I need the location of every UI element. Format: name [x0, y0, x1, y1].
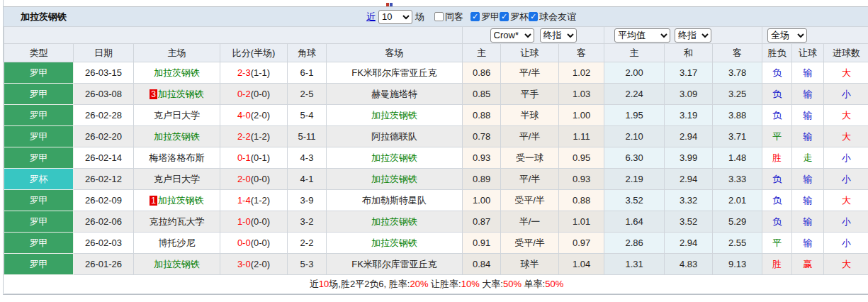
home-team-name[interactable]: 加拉茨钢铁 — [154, 131, 200, 142]
asian-away-odds: 1.03 — [559, 84, 604, 105]
summary-part: 50% — [545, 279, 563, 289]
away-team-cell: 加拉茨钢铁 — [327, 105, 463, 126]
away-team-name[interactable]: 阿拉德联队 — [371, 131, 417, 142]
match-date: 26-02-09 — [74, 190, 134, 211]
result-outcome: 负 — [762, 62, 792, 84]
asian-away-odds: 0.95 — [559, 147, 604, 169]
table-row: 罗甲 26-02-03 博托沙尼 0-0(0-0) 2-2 加拉茨钢铁 0.91… — [4, 233, 868, 254]
asian-final-select[interactable]: 终指 — [540, 28, 577, 43]
odds-source-spacer — [4, 27, 463, 44]
corners: 4-1 — [288, 169, 327, 190]
away-team-name[interactable]: 赫曼施塔特 — [371, 89, 417, 99]
filter-checkbox-league[interactable] — [470, 12, 480, 21]
away-team-name[interactable]: 加拉茨钢铁 — [371, 216, 417, 227]
euro-home-odds: 6.30 — [604, 147, 665, 169]
asian-handicap: 平/半 — [501, 62, 559, 84]
same-venue-checkbox[interactable] — [434, 12, 444, 21]
score-cell: 2-3(1-1) — [220, 62, 288, 84]
asian-away-odds: 1.04 — [559, 254, 604, 275]
away-team-cell: 加拉茨钢铁 — [327, 169, 463, 190]
asian-handicap: 受平/半 — [501, 190, 559, 211]
half-time-score: (0-0) — [251, 174, 270, 184]
full-time-score: 0-2 — [237, 89, 251, 99]
summary-part: 10% — [461, 279, 480, 289]
home-team-name[interactable]: 克卢日大学 — [154, 110, 200, 121]
table-row: 罗甲 26-02-06 克拉约瓦大学 1-0(0-0) 3-2 加拉茨钢铁 0.… — [4, 211, 868, 233]
column-header-row: 类型 日期 主场 比分(半场) 角球 客场 主 让球 客 主 和 客 胜负 让球 — [4, 44, 868, 62]
col-asian-away: 客 — [559, 44, 604, 62]
away-team-name[interactable]: 加拉茨钢铁 — [371, 237, 417, 248]
corners: 6-1 — [288, 62, 327, 84]
col-home: 主场 — [134, 44, 220, 62]
home-team-name[interactable]: 克卢日大学 — [154, 174, 200, 184]
away-team-name[interactable]: FK米耶尔库雷亚丘克 — [351, 67, 437, 78]
filter-checkbox-cup[interactable] — [500, 12, 509, 21]
full-time-score: 0-0 — [237, 237, 251, 248]
euro-away-odds: 5.29 — [713, 211, 762, 233]
result-outcome: 负 — [762, 84, 792, 105]
away-team-name[interactable]: 加拉茨钢铁 — [371, 174, 417, 184]
euro-home-odds: 1.64 — [604, 211, 665, 233]
full-time-score: 1-0 — [237, 216, 251, 227]
half-time-score: (1-1) — [251, 67, 270, 78]
home-team-name[interactable]: 克拉约瓦大学 — [150, 216, 205, 227]
euro-final-select[interactable]: 终指 — [675, 28, 711, 43]
asian-company-select[interactable]: Crow* — [490, 28, 534, 43]
home-team-name[interactable]: 加拉茨钢铁 — [154, 259, 200, 269]
col-asian-home: 主 — [463, 44, 501, 62]
away-team-cell: FK米耶尔库雷亚丘克 — [327, 62, 463, 84]
away-team-name[interactable]: 加拉茨钢铁 — [371, 152, 417, 163]
home-team-name[interactable]: 博托沙尼 — [159, 237, 196, 248]
result-goals: 大 — [824, 126, 868, 147]
result-goals: 小 — [824, 169, 868, 190]
euro-company-select[interactable]: 平均值 — [614, 28, 670, 43]
league-badge: 罗甲 — [4, 211, 74, 233]
asian-away-odds: 0.88 — [559, 190, 604, 211]
corners: 5-3 — [288, 254, 327, 275]
summary-part: 近 — [310, 279, 319, 289]
score-cell: 2-0(0-0) — [220, 169, 288, 190]
col-type: 类型 — [4, 44, 74, 62]
half-time-score: (0-1) — [251, 152, 270, 163]
summary-row: 近10场,胜2平2负6, 胜率:20% 让胜率:10% 大率:50% 单率:50… — [4, 275, 868, 294]
asian-handicap: 半球 — [501, 105, 559, 126]
col-euro-home: 主 — [604, 44, 665, 62]
away-team-name[interactable]: FK米耶尔库雷亚丘克 — [351, 259, 437, 269]
away-team-name[interactable]: 布加勒斯特星队 — [362, 195, 427, 206]
half-time-score: (0-0) — [251, 237, 270, 248]
euro-away-odds: 3.33 — [713, 169, 762, 190]
away-team-name[interactable]: 加拉茨钢铁 — [371, 110, 417, 121]
match-date: 26-02-06 — [74, 211, 134, 233]
filter-checkbox-friendly[interactable] — [529, 12, 538, 21]
asian-home-odds: 0.78 — [463, 126, 501, 147]
euro-away-odds: 2.55 — [713, 233, 762, 254]
asian-home-odds: 0.85 — [463, 84, 501, 105]
clipped-content-fragment — [386, 3, 389, 6]
team-name: 加拉茨钢铁 — [21, 11, 67, 23]
asian-handicap: 平/半 — [501, 126, 559, 147]
euro-home-odds: 2.24 — [604, 84, 665, 105]
match-date: 26-02-03 — [74, 233, 134, 254]
recent-count-select[interactable]: 10 — [378, 10, 412, 24]
asian-home-odds: 0.88 — [463, 105, 501, 126]
result-goals: 小 — [824, 147, 868, 169]
home-team-name[interactable]: 加拉茨钢铁 — [158, 195, 204, 206]
result-outcome: 负 — [762, 169, 792, 190]
home-team-cell: 加拉茨钢铁 — [134, 126, 220, 147]
home-team-name[interactable]: 梅塔洛格布斯 — [150, 152, 205, 163]
table-row: 罗甲 26-02-14 梅塔洛格布斯 0-1(0-1) 4-3 加拉茨钢铁 0.… — [4, 147, 868, 169]
page: 加拉茨钢铁 近 10 场 同客 罗甲 罗杯 球会友谊 — [0, 0, 868, 302]
recent-link[interactable]: 近 — [366, 11, 376, 23]
scope-select[interactable]: 全场 — [767, 28, 807, 43]
col-handicap-result: 让球 — [792, 44, 824, 62]
match-date: 26-02-28 — [74, 105, 134, 126]
team-bar: 加拉茨钢铁 近 10 场 同客 罗甲 罗杯 球会友谊 — [4, 7, 868, 26]
home-team-name[interactable]: 加拉茨钢铁 — [154, 67, 200, 78]
home-team-name[interactable]: 加拉茨钢铁 — [158, 89, 204, 99]
asian-away-odds: 1.02 — [559, 62, 604, 84]
result-handicap: 输 — [792, 84, 824, 105]
euro-draw-odds: 3.17 — [665, 62, 713, 84]
euro-home-odds: 2.10 — [604, 126, 665, 147]
summary-part: 50% — [503, 279, 522, 289]
euro-away-odds: 3.88 — [713, 105, 762, 126]
